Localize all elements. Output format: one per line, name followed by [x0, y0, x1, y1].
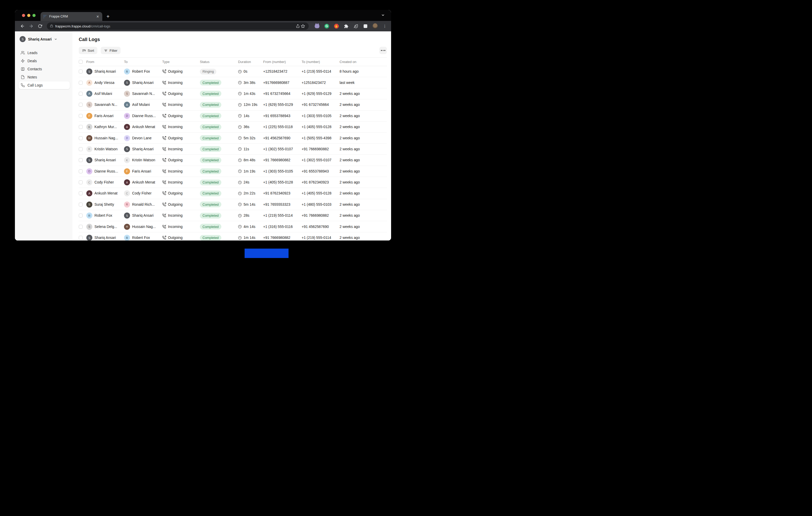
- table-row[interactable]: S Selena Delg... H Hussain Nag... Incomi…: [79, 221, 387, 232]
- created-on: 2 weeks ago: [340, 191, 387, 195]
- to-number: +1 (303) 555-0105: [301, 114, 340, 118]
- tab-title: Frappe CRM: [49, 14, 96, 18]
- table-row[interactable]: R Robert Fox S Shariq Ansari Incoming Co…: [79, 210, 387, 221]
- row-checkbox[interactable]: [79, 225, 83, 229]
- status-badge: Completed: [200, 80, 221, 86]
- github-octocat-extension-icon[interactable]: [314, 24, 320, 29]
- table-row[interactable]: F Faris Ansari D Dianne Russ... Outgoing…: [79, 111, 387, 122]
- to-person: R Robert Fox: [124, 235, 162, 241]
- duration-cell: 5m 32s: [238, 136, 263, 140]
- energy-saver-leaf-icon[interactable]: [353, 24, 358, 29]
- table-row[interactable]: A Andy Viessa S Shariq Ansari Incoming C…: [79, 77, 387, 88]
- call-type-cell: Incoming: [162, 103, 200, 107]
- status-cell: Completed: [200, 168, 238, 174]
- reload-button[interactable]: [36, 22, 44, 30]
- sidebar-item-notes[interactable]: Notes: [19, 73, 70, 81]
- zoom-window-button[interactable]: [32, 14, 36, 17]
- grammarly-extension-icon[interactable]: G: [324, 24, 329, 29]
- lock-icon: [50, 24, 53, 29]
- avatar: S: [86, 224, 92, 230]
- browser-profile-avatar[interactable]: [373, 24, 378, 29]
- browser-tab[interactable]: Frappe CRM ✕: [40, 12, 102, 21]
- created-on: 2 weeks ago: [340, 125, 387, 129]
- row-checkbox[interactable]: [79, 158, 83, 162]
- sidebar-item-contacts[interactable]: Contacts: [19, 65, 70, 73]
- row-checkbox[interactable]: [79, 92, 83, 96]
- sidebar-panel-icon[interactable]: [363, 24, 368, 29]
- row-checkbox[interactable]: [79, 136, 83, 140]
- sidebar-item-deals[interactable]: Deals: [19, 57, 70, 65]
- phone-incoming-icon: [162, 214, 166, 217]
- row-checkbox[interactable]: [79, 191, 83, 195]
- adblock-extension-icon[interactable]: ✋: [334, 24, 339, 29]
- from-number: +91 7655553323: [263, 203, 301, 207]
- row-checkbox[interactable]: [79, 103, 83, 107]
- table-row[interactable]: A Ankush Menat C Cody Fisher Outgoing Co…: [79, 188, 387, 199]
- share-icon[interactable]: [295, 24, 300, 29]
- row-checkbox[interactable]: [79, 180, 83, 184]
- row-checkbox[interactable]: [79, 214, 83, 217]
- new-tab-button[interactable]: +: [107, 12, 110, 21]
- call-type-cell: Outgoing: [162, 203, 200, 207]
- created-on: 2 weeks ago: [340, 92, 387, 96]
- table-row[interactable]: D Dianne Russ... F Faris Ansari Incoming…: [79, 166, 387, 177]
- status-badge: Completed: [200, 157, 221, 163]
- status-badge: Completed: [200, 202, 221, 207]
- dock-blue-app-strip[interactable]: [244, 249, 289, 258]
- row-checkbox[interactable]: [79, 81, 83, 85]
- from-name: Hussain Nag...: [94, 136, 118, 140]
- table-row[interactable]: C Cody Fisher A Ankush Menat Incoming Co…: [79, 177, 387, 188]
- main-content: Call Logs Sort Filter From To Type: [72, 31, 391, 241]
- to-person: H Hussain Nag...: [124, 224, 162, 230]
- address-bar[interactable]: frappecrm.frappe.cloud/crm/call-logs: [47, 23, 309, 30]
- row-checkbox[interactable]: [79, 236, 83, 240]
- table-row[interactable]: S Suraj Shetty R Ronald Rich... Outgoing…: [79, 199, 387, 210]
- browser-menu-kebab-icon[interactable]: ⋮: [382, 24, 387, 29]
- user-menu[interactable]: S Shariq Ansari: [19, 36, 70, 42]
- row-checkbox[interactable]: [79, 147, 83, 151]
- sidebar-item-call-logs[interactable]: Call Logs: [19, 81, 70, 89]
- row-checkbox[interactable]: [79, 114, 83, 118]
- filter-button[interactable]: Filter: [101, 47, 121, 54]
- status-badge: Completed: [200, 124, 221, 130]
- from-person: S Selena Delg...: [86, 224, 124, 230]
- clock-icon: [238, 214, 242, 217]
- avatar: A: [124, 102, 130, 108]
- table-row[interactable]: S Shariq Ansari K Kristin Watson Outgoin…: [79, 155, 387, 166]
- row-checkbox[interactable]: [79, 203, 83, 207]
- from-person: K Kristin Watson: [86, 146, 124, 152]
- close-window-button[interactable]: [22, 14, 25, 17]
- table-row[interactable]: K Kathryn Mur... A Ankush Menat Incoming…: [79, 122, 387, 132]
- url-host: frappecrm.frappe.cloud: [55, 24, 90, 28]
- tab-overflow-chevron-icon[interactable]: [381, 13, 385, 18]
- table-row[interactable]: S Shariq Ansari R Robert Fox Outgoing Ri…: [79, 66, 387, 77]
- from-person: H Hussain Nag...: [86, 135, 124, 141]
- to-person: A Ankush Menat: [124, 124, 162, 130]
- tab-close-icon[interactable]: ✕: [96, 14, 100, 19]
- row-checkbox[interactable]: [79, 69, 83, 73]
- created-on: 2 weeks ago: [340, 114, 387, 118]
- from-name: Selena Delg...: [94, 225, 117, 229]
- back-button[interactable]: [19, 22, 26, 30]
- avatar: S: [86, 157, 92, 163]
- row-checkbox[interactable]: [79, 125, 83, 129]
- sidebar-item-label: Contacts: [27, 67, 42, 71]
- table-row[interactable]: K Kristin Watson S Shariq Ansari Incomin…: [79, 144, 387, 155]
- bookmark-star-icon[interactable]: [300, 24, 306, 29]
- sidebar-item-leads[interactable]: Leads: [19, 49, 70, 57]
- extensions-puzzle-icon[interactable]: [344, 24, 349, 29]
- table-row[interactable]: A Asif Mulani S Savannah N... Outgoing C…: [79, 88, 387, 99]
- row-checkbox[interactable]: [79, 170, 83, 173]
- table-row[interactable]: S Savannah N... A Asif Mulani Incoming C…: [79, 99, 387, 110]
- to-name: Shariq Ansari: [132, 214, 153, 217]
- select-all-checkbox[interactable]: [79, 60, 83, 64]
- minimize-window-button[interactable]: [27, 14, 30, 17]
- table-row[interactable]: H Hussain Nag... D Devon Lane Outgoing C…: [79, 132, 387, 144]
- forward-button[interactable]: [27, 22, 35, 30]
- sort-button[interactable]: Sort: [79, 47, 97, 54]
- table-row[interactable]: S Shariq Ansari R Robert Fox Outgoing Co…: [79, 232, 387, 241]
- phone-incoming-icon: [162, 103, 166, 107]
- more-options-button[interactable]: [379, 47, 387, 54]
- duration-label: 36s: [243, 125, 249, 129]
- duration-label: 28s: [243, 214, 249, 217]
